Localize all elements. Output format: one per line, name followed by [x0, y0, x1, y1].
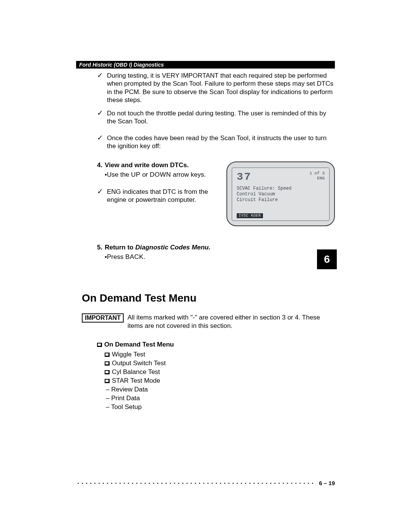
text: Control Vacuum: [237, 192, 325, 197]
chapter-tab: 6: [317, 249, 337, 269]
box-bullet-icon: [105, 361, 110, 366]
check-item: ✓ Once the codes have been read by the S…: [97, 134, 335, 150]
section-header-bar: Ford Historic (OBD I) Diagnostics: [76, 61, 335, 69]
check-icon: ✓: [97, 109, 103, 117]
step-5-row: 5. Return to Diagnostic Codes Menu. •Pre…: [97, 244, 335, 262]
step-5-title: 5. Return to Diagnostic Codes Menu.: [97, 244, 335, 251]
page-footer: 6 – 19: [76, 480, 335, 486]
step-4-instruction: •Use the UP or DOWN arrow keys.: [105, 170, 217, 179]
step-4-title: 4. View and write down DTCs.: [97, 161, 217, 169]
box-bullet-icon: [105, 370, 110, 374]
scan-meta: 1 of 3 ENG: [309, 171, 325, 181]
menu-item-text: Output Switch Test: [112, 359, 166, 367]
step-number: 4.: [97, 161, 102, 169]
footer-dots: [76, 482, 314, 484]
scan-mode-badge: IVSC KOER: [237, 213, 263, 218]
step-title-text: Return to: [105, 244, 135, 251]
scan-device-frame: 37 1 of 3 ENG SCVAC Failure: Speed Contr…: [226, 161, 335, 226]
important-label: IMPORTANT: [82, 313, 124, 323]
menu-item-text: Cyl Balance Test: [112, 368, 160, 375]
page-number: 6 – 19: [319, 480, 335, 486]
step-number: 5.: [97, 244, 102, 251]
box-bullet-icon: [105, 353, 110, 357]
eng-note-row: ✓ ENG indicates that DTC is from the eng…: [97, 188, 217, 204]
menu-item: Cyl Balance Test: [105, 368, 335, 376]
checklist-group-1: ✓ During testing, it is VERY IMPORTANT t…: [97, 72, 335, 150]
box-bullet-icon: [97, 343, 102, 347]
check-text: Once the codes have been read by the Sca…: [107, 134, 335, 150]
menu-dash-item: Print Data: [105, 395, 335, 402]
box-bullet-icon: [105, 379, 110, 383]
section-title: On Demand Test Menu: [82, 292, 335, 304]
eng-note-text: ENG indicates that DTC is from the engin…: [107, 188, 217, 204]
menu-dash-item: Review Data: [105, 386, 335, 393]
text: •Use the: [105, 171, 131, 178]
dtc-code: 37: [237, 171, 252, 183]
step-5-instruction: •Press BACK.: [105, 252, 335, 262]
on-demand-menu: On Demand Test Menu Wiggle Test Output S…: [97, 341, 335, 411]
page-content: Ford Historic (OBD I) Diagnostics ✓ Duri…: [76, 61, 335, 412]
menu-heading-text: On Demand Test Menu: [104, 341, 174, 348]
menu-item-text: Wiggle Test: [112, 351, 145, 358]
text: arrow keys.: [173, 171, 206, 178]
scan-tool-figure: 37 1 of 3 ENG SCVAC Failure: Speed Contr…: [226, 161, 335, 226]
menu-dash-item: Tool Setup: [105, 403, 335, 411]
step-4-row: 4. View and write down DTCs. •Use the UP…: [97, 161, 335, 226]
menu-item: Wiggle Test: [105, 351, 335, 358]
menu-name: Diagnostic Codes Menu.: [135, 244, 210, 251]
text: SCVAC Failure: Speed: [237, 186, 325, 192]
text: Circuit Failure: [237, 197, 325, 203]
check-text: Do not touch the throttle pedal during t…: [107, 109, 335, 126]
scan-screen: 37 1 of 3 ENG SCVAC Failure: Speed Contr…: [232, 168, 330, 221]
step-title-text: View and write down DTCs.: [105, 161, 189, 169]
check-text: During testing, it is VERY IMPORTANT tha…: [107, 72, 335, 104]
text: or: [142, 171, 150, 178]
menu-item: Output Switch Test: [105, 359, 335, 367]
key-down: DOWN: [150, 171, 171, 178]
check-icon: ✓: [97, 188, 103, 196]
check-icon: ✓: [97, 72, 103, 80]
dtc-description: SCVAC Failure: Speed Control Vacuum Circ…: [237, 186, 325, 203]
dtc-source: ENG: [309, 176, 325, 181]
menu-item-text: STAR Test Mode: [112, 377, 160, 384]
key-up: UP: [131, 171, 140, 178]
key-back: BACK.: [125, 253, 146, 260]
check-item: ✓ Do not touch the throttle pedal during…: [97, 109, 335, 126]
text: •Press: [105, 253, 125, 260]
important-callout: IMPORTANT All items marked with "-" are …: [82, 313, 335, 330]
check-icon: ✓: [97, 134, 103, 142]
menu-item: STAR Test Mode: [105, 377, 335, 385]
menu-heading: On Demand Test Menu: [97, 341, 335, 348]
dtc-count: 1 of 3: [309, 171, 325, 176]
check-item: ✓ During testing, it is VERY IMPORTANT t…: [97, 72, 335, 104]
important-text: All items marked with "-" are covered ei…: [127, 313, 335, 330]
